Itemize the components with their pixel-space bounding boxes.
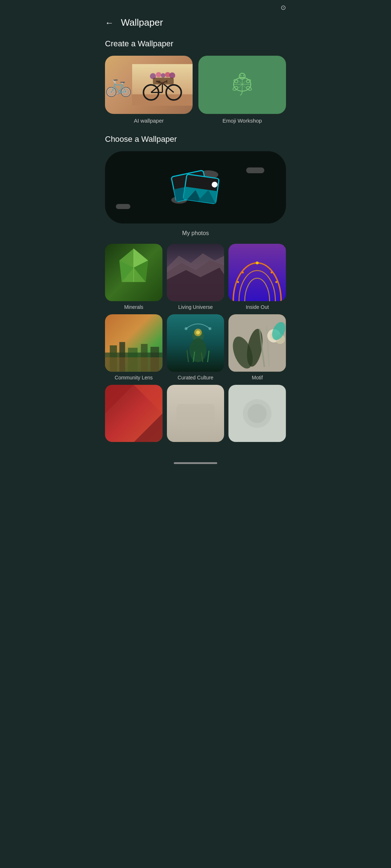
cloud-decoration	[246, 167, 264, 173]
svg-point-25	[240, 75, 241, 76]
wallpaper-label-inside-out: Inside Out	[246, 304, 269, 310]
svg-point-59	[256, 261, 259, 264]
status-icon: ⊙	[281, 4, 286, 12]
svg-point-72	[196, 331, 200, 335]
ai-wallpaper-label: AI wallpaper	[134, 118, 164, 124]
create-section: Create a Wallpaper	[98, 39, 293, 135]
ai-wallpaper-item[interactable]: AI wallpaper	[105, 56, 193, 124]
wallpaper-thumb-row3-1	[105, 385, 163, 442]
wallpaper-item-minerals[interactable]: Minerals	[105, 244, 163, 310]
svg-rect-1	[132, 94, 193, 106]
svg-rect-51	[228, 244, 286, 301]
home-indicator	[174, 462, 217, 464]
svg-point-78	[209, 327, 211, 330]
wallpaper-item-row3-2[interactable]	[167, 385, 224, 445]
my-photos-illustration	[167, 162, 224, 213]
wallpaper-thumb-row3-2	[167, 385, 224, 442]
wallpaper-thumb-minerals	[105, 244, 163, 301]
svg-point-56	[237, 281, 239, 283]
status-bar: ⊙	[98, 0, 293, 13]
wallpaper-item-motif[interactable]: Motif	[228, 314, 286, 380]
header: ← Wallpaper	[98, 13, 293, 39]
svg-point-55	[242, 272, 244, 273]
svg-point-97	[248, 404, 267, 423]
wallpaper-label-living-universe: Living Universe	[178, 304, 213, 310]
emoji-workshop-label: Emoji Workshop	[223, 118, 262, 124]
svg-point-57	[271, 272, 273, 273]
svg-point-16	[169, 72, 175, 78]
wallpaper-item-living-universe[interactable]: Living Universe	[167, 244, 224, 310]
my-photos-button[interactable]	[105, 151, 286, 224]
choose-section: Choose a Wallpaper	[98, 135, 293, 459]
emoji-workshop-thumbnail	[198, 56, 286, 114]
wallpaper-thumb-curated-culture	[167, 314, 224, 372]
wallpaper-item-inside-out[interactable]: Inside Out	[228, 244, 286, 310]
cloud-decoration-2	[116, 204, 130, 209]
wallpaper-item-curated-culture[interactable]: Curated Culture	[167, 314, 224, 380]
wallpaper-label-community-lens: Community Lens	[115, 375, 153, 380]
svg-point-13	[156, 72, 161, 77]
choose-section-title: Choose a Wallpaper	[98, 135, 293, 151]
wallpaper-grid: Minerals	[98, 244, 293, 452]
wallpaper-thumb-inside-out	[228, 244, 286, 301]
wallpaper-thumb-row3-3	[228, 385, 286, 442]
wallpaper-thumb-motif	[228, 314, 286, 372]
wallpaper-label-curated-culture: Curated Culture	[178, 375, 214, 380]
back-button[interactable]: ←	[105, 18, 114, 28]
svg-rect-93	[176, 404, 215, 423]
wallpaper-label-motif: Motif	[252, 375, 262, 380]
my-photos-label: My photos	[98, 227, 293, 244]
svg-rect-67	[105, 357, 163, 372]
wallpaper-item-row3-3[interactable]	[228, 385, 286, 445]
svg-point-70	[189, 338, 207, 362]
create-section-title: Create a Wallpaper	[98, 39, 293, 56]
svg-point-14	[161, 73, 165, 78]
wallpaper-thumb-community-lens	[105, 314, 163, 372]
create-grid: AI wallpaper	[98, 56, 293, 124]
bottom-nav	[98, 459, 293, 470]
svg-rect-17	[153, 78, 173, 85]
wallpaper-item-row3-1[interactable]	[105, 385, 163, 445]
page-title: Wallpaper	[121, 17, 163, 28]
svg-point-77	[185, 327, 188, 330]
svg-point-58	[276, 281, 277, 283]
wallpaper-item-community-lens[interactable]: Community Lens	[105, 314, 163, 380]
wallpaper-label-minerals: Minerals	[124, 304, 143, 310]
ai-wallpaper-thumbnail	[105, 56, 193, 114]
emoji-workshop-item[interactable]: Emoji Workshop	[198, 56, 286, 124]
wallpaper-thumb-living-universe	[167, 244, 224, 301]
svg-point-26	[243, 75, 244, 76]
